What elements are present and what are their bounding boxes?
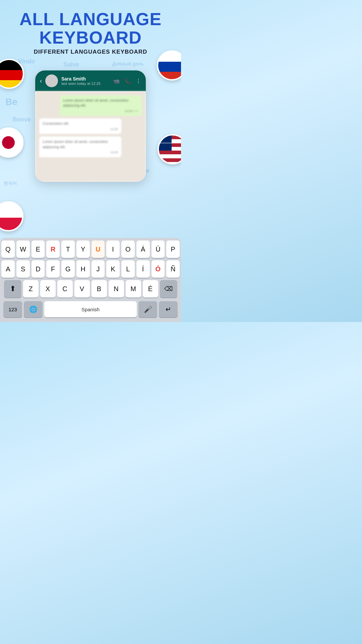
key-w[interactable]: W: [16, 240, 30, 258]
bg-word: Be: [5, 97, 17, 107]
language-label: Spanish: [81, 307, 100, 312]
message-received-1: Consectetur elit. 12:25: [39, 118, 121, 134]
key-t[interactable]: T: [61, 240, 75, 258]
key-a[interactable]: A: [1, 260, 15, 278]
keyboard-row-3: ⬆ Z X C V B N M É ⌫: [1, 280, 180, 298]
key-i-acute[interactable]: Í: [136, 260, 150, 278]
japanese-flag: [0, 127, 23, 158]
microphone-key[interactable]: 🎤: [138, 301, 157, 317]
backspace-key[interactable]: ⌫: [160, 280, 177, 298]
avatar: [45, 74, 58, 87]
key-b[interactable]: B: [92, 280, 107, 298]
chat-action-icons: 📹 📞 ⋮: [113, 78, 141, 84]
bg-word: Salve: [63, 61, 79, 68]
key-g[interactable]: G: [61, 260, 75, 278]
key-h[interactable]: H: [76, 260, 90, 278]
shift-key[interactable]: ⬆: [4, 280, 21, 298]
key-j[interactable]: J: [92, 260, 105, 278]
video-call-icon: 📹: [113, 78, 120, 84]
message-received-2: Lorem ipsum dolor sit amet, consectetur …: [39, 137, 121, 157]
message-time: 12:25: [43, 150, 118, 155]
chat-header: ‹ Sara Smith last seen today at 12:25 📹 …: [35, 70, 146, 91]
message-time: 12:24 ✓✓: [63, 109, 138, 113]
flag-star: ★★★★★★★★★★★★★★★★★★★★★★★★★★★★★★★★★★★★★★★★…: [158, 142, 181, 144]
chat-body: Lorem ipsum dolor sit amet, consectetur …: [35, 91, 146, 182]
key-a-acute[interactable]: Á: [136, 240, 150, 258]
bg-word: 한국어: [4, 180, 17, 186]
menu-icon: ⋮: [136, 78, 141, 84]
globe-icon: 🌐: [29, 305, 38, 313]
chat-info: Sara Smith last seen today at 12:25: [61, 76, 110, 86]
key-z[interactable]: Z: [23, 280, 39, 298]
back-icon: ‹: [40, 77, 42, 85]
message-text: Consectetur elit.: [43, 121, 118, 126]
return-key[interactable]: ↵: [159, 301, 178, 317]
app-title: ALL LANGUAGE KEYBOARD: [7, 10, 174, 47]
title-line1: ALL LANGUAGE: [19, 9, 162, 29]
globe-key[interactable]: 🌐: [24, 301, 43, 317]
space-key[interactable]: Spanish: [44, 301, 137, 317]
key-q[interactable]: Q: [1, 240, 15, 258]
key-o[interactable]: O: [121, 240, 135, 258]
phone-icon: 📞: [124, 78, 131, 84]
return-icon: ↵: [166, 305, 171, 313]
us-flag: ★★★★★★★★★★★★★★★★★★★★★★★★★★★★★★★★★★★★★★★★…: [158, 134, 181, 164]
key-v[interactable]: V: [74, 280, 90, 298]
microphone-icon: 🎤: [144, 305, 152, 313]
keyboard-row-2: A S D F G H J K L Í Ó Ñ: [1, 260, 180, 278]
key-u[interactable]: U: [92, 240, 105, 258]
message-time: 12:25: [43, 127, 118, 131]
key-e[interactable]: E: [32, 240, 45, 258]
message-text: Lorem ipsum dolor sit amet, consectetur …: [43, 139, 118, 150]
key-m[interactable]: M: [126, 280, 141, 298]
polish-flag: [0, 201, 23, 231]
keyboard: Q W E R T Y U I O Á Ú P A S D F G H J K …: [0, 238, 181, 322]
key-l[interactable]: L: [121, 260, 135, 278]
key-s[interactable]: S: [16, 260, 30, 278]
key-i[interactable]: I: [106, 240, 120, 258]
key-ntilde[interactable]: Ñ: [166, 260, 180, 278]
phone-mockup: ‹ Sara Smith last seen today at 12:25 📹 …: [35, 70, 146, 182]
key-n[interactable]: N: [109, 280, 124, 298]
app-subtitle: DIFFERENT LANGUAGES KEYBOARD: [7, 49, 174, 55]
keyboard-bottom-row: 123 🌐 Spanish 🎤 ↵: [1, 300, 180, 321]
key-u-acute[interactable]: Ú: [152, 240, 165, 258]
key-y[interactable]: Y: [76, 240, 90, 258]
contact-name: Sara Smith: [61, 76, 110, 82]
bg-word: Добрый день: [112, 61, 144, 66]
numbers-key[interactable]: 123: [3, 301, 22, 317]
key-p[interactable]: P: [166, 240, 180, 258]
key-e-acute[interactable]: É: [143, 280, 158, 298]
german-flag: [0, 59, 24, 89]
numbers-label: 123: [8, 307, 17, 312]
keyboard-row-1: Q W E R T Y U I O Á Ú P: [1, 240, 180, 258]
key-r[interactable]: R: [46, 240, 60, 258]
header: ALL LANGUAGE KEYBOARD DIFFERENT LANGUAGE…: [0, 0, 181, 59]
key-c[interactable]: C: [57, 280, 73, 298]
bg-word: Benve: [13, 116, 31, 123]
contact-status: last seen today at 12:25: [61, 82, 110, 86]
key-f[interactable]: F: [46, 260, 60, 278]
key-d[interactable]: D: [32, 260, 45, 278]
message-text: Lorem ipsum dolor sit amet, consectetur …: [63, 98, 138, 108]
key-x[interactable]: X: [40, 280, 56, 298]
message-sent-1: Lorem ipsum dolor sit amet, consectetur …: [60, 95, 142, 116]
title-line2: KEYBOARD: [39, 28, 142, 47]
key-k[interactable]: K: [106, 260, 120, 278]
key-o-acute[interactable]: Ó: [152, 260, 165, 278]
